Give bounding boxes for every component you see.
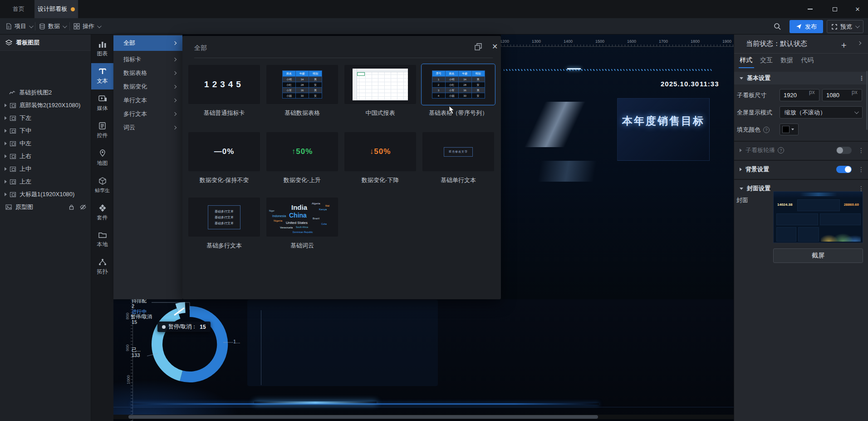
- nav-charts[interactable]: 图表: [91, 36, 113, 62]
- carousel-toggle[interactable]: [836, 147, 852, 154]
- layers-icon: [5, 40, 12, 46]
- category-word-cloud[interactable]: 词云: [113, 121, 182, 134]
- layer-item-group[interactable]: 上中: [0, 163, 91, 175]
- layer-item-group[interactable]: 下中: [0, 124, 91, 137]
- category-data-change[interactable]: 数据变化: [113, 80, 182, 94]
- component-tile-numbered-table[interactable]: 序号姓名年龄性别 1小明34男 2小红28女 3小军36男 4小丽30女 基础表…: [422, 65, 494, 117]
- background-toggle[interactable]: [836, 166, 852, 173]
- layer-item-group[interactable]: 底部装饰2(1920X1080): [0, 99, 91, 112]
- layer-item-group[interactable]: 上左: [0, 175, 91, 188]
- tab-code[interactable]: 代码: [801, 56, 814, 64]
- tab-style[interactable]: 样式: [740, 56, 752, 64]
- help-icon[interactable]: ?: [763, 127, 770, 133]
- nav-local-label: 本地: [97, 241, 108, 248]
- nav-whale-twin[interactable]: 鲸孪生: [91, 172, 113, 198]
- category-single-line-text[interactable]: 单行文本: [113, 94, 182, 107]
- minimize-button[interactable]: [799, 0, 820, 18]
- nav-kits[interactable]: 套件: [91, 199, 113, 226]
- add-state-button[interactable]: ＋: [839, 39, 848, 51]
- kebab-menu-icon[interactable]: ⋮: [858, 147, 864, 154]
- tile-label: 基础多行文本: [206, 242, 242, 250]
- component-tile-word-cloud[interactable]: India China United States Indonesia Nige…: [266, 198, 338, 250]
- restore-window-icon[interactable]: [475, 43, 482, 50]
- nav-map[interactable]: 地图: [91, 145, 113, 171]
- section-divider: [734, 179, 868, 180]
- ruler-tick-label: 1400: [564, 39, 573, 44]
- selected-cell: [357, 72, 365, 76]
- screenshot-button[interactable]: 截屏: [773, 248, 863, 263]
- tab-data[interactable]: 数据: [780, 56, 793, 64]
- cover-label: 封面: [736, 196, 748, 204]
- sales-target-widget[interactable]: 本年度销售目标: [617, 98, 710, 161]
- help-icon[interactable]: ?: [778, 147, 784, 154]
- caret-right-icon[interactable]: [5, 180, 7, 183]
- nav-controls[interactable]: 控件: [91, 118, 113, 144]
- kebab-menu-icon[interactable]: ⋮: [858, 74, 865, 82]
- caret-right-icon[interactable]: [5, 104, 7, 107]
- nav-media[interactable]: 媒体: [91, 90, 113, 117]
- tab-dashboard[interactable]: 设计部看板: [34, 0, 78, 18]
- menu-operations[interactable]: 操作: [74, 18, 100, 35]
- tab-interaction[interactable]: 交互: [760, 56, 773, 64]
- close-button[interactable]: ✕: [847, 0, 868, 18]
- cover-mini-chart: [776, 227, 796, 242]
- menu-project[interactable]: 项目: [5, 18, 32, 35]
- layer-item-group[interactable]: 下左: [0, 112, 91, 124]
- nav-text[interactable]: 文本: [91, 63, 113, 89]
- layers-panel: 看板图层 基础折线图2 底部装饰2(1920X1080) 下左 下中 中左 上右…: [0, 35, 91, 421]
- maximize-button[interactable]: [824, 0, 845, 18]
- caret-right-icon[interactable]: [5, 142, 7, 145]
- category-data-table[interactable]: 数据表格: [113, 66, 182, 80]
- modal-close-icon[interactable]: ✕: [492, 42, 498, 51]
- paper-plane-icon: [796, 24, 802, 30]
- caret-right-icon[interactable]: [5, 167, 7, 171]
- nav-topology[interactable]: 拓扑: [91, 254, 113, 280]
- eye-off-icon[interactable]: [80, 204, 86, 210]
- caret-right-icon[interactable]: [5, 129, 7, 133]
- horizontal-scrollbar-thumb[interactable]: [128, 415, 598, 419]
- category-indicator-card[interactable]: 指标卡: [113, 53, 182, 66]
- component-tile-chinese-report[interactable]: 中国式报表: [344, 65, 416, 117]
- caret-right-icon[interactable]: [5, 193, 7, 196]
- component-tile-single-text[interactable]: 双击修改文字 基础单行文本: [422, 132, 494, 184]
- category-all[interactable]: 全部: [113, 35, 182, 51]
- component-tile-change-up[interactable]: ↑50% 数据变化-上升: [266, 132, 338, 184]
- menubar: 项目 数据 操作 发布 预览: [0, 18, 868, 35]
- tooltip-bullet-icon: [162, 325, 166, 329]
- canvas-panel[interactable]: [247, 300, 438, 386]
- nav-local[interactable]: 本地: [91, 227, 113, 253]
- caret-right-icon[interactable]: [5, 154, 7, 158]
- layer-item-group[interactable]: 大标题1(1920X1080): [0, 188, 91, 201]
- publish-button[interactable]: 发布: [790, 20, 823, 33]
- menu-data[interactable]: 数据: [39, 18, 66, 35]
- menu-operations-label: 操作: [83, 22, 94, 30]
- component-tile-change-flat[interactable]: —0% 数据变化-保持不变: [188, 132, 260, 184]
- component-tile-multi-text[interactable]: 基础多行文本 基础多行文本 基础多行文本 基础多行文本: [188, 198, 260, 250]
- search-button[interactable]: [774, 18, 781, 35]
- lock-icon[interactable]: [69, 204, 74, 210]
- kebab-menu-icon[interactable]: ⋮: [858, 166, 864, 173]
- fill-color-picker[interactable]: [780, 124, 799, 135]
- section-basic-settings[interactable]: 基本设置 ⋮: [734, 72, 868, 84]
- layer-item-label: 底部装饰2(1920X1080): [20, 101, 80, 109]
- layer-item-prototype[interactable]: 原型图: [0, 201, 91, 213]
- tile-label: 基础词云: [290, 242, 314, 250]
- sales-target-title: 本年度销售目标: [618, 114, 709, 128]
- layer-item-line-chart[interactable]: 基础折线图2: [0, 86, 91, 99]
- spreadsheet-preview: [353, 69, 408, 100]
- display-mode-select[interactable]: 缩放（不滚动）: [780, 106, 863, 119]
- category-multi-line-text[interactable]: 多行文本: [113, 107, 182, 121]
- cover-mini-chart: [820, 213, 861, 225]
- layer-item-group[interactable]: 中左: [0, 137, 91, 150]
- tab-home[interactable]: 首页: [5, 0, 32, 18]
- inspector-scrollbar[interactable]: [866, 71, 868, 130]
- component-tile-change-down[interactable]: ↓50% 数据变化-下降: [344, 132, 416, 184]
- tooltip-label: 暂停/取消：: [168, 323, 197, 331]
- layer-item-group[interactable]: 上右: [0, 150, 91, 163]
- category-label: 数据表格: [123, 69, 147, 77]
- component-tile-indicator-card[interactable]: 12345 基础普通指标卡: [188, 65, 260, 117]
- preview-button[interactable]: 预览: [827, 20, 863, 33]
- donut-value-pending: 2: [132, 303, 134, 309]
- caret-right-icon[interactable]: [5, 116, 7, 120]
- component-tile-data-table[interactable]: 姓名年龄性别 小明34男 小红28女 小军36男 小丽30女 基础数据表格: [266, 65, 338, 117]
